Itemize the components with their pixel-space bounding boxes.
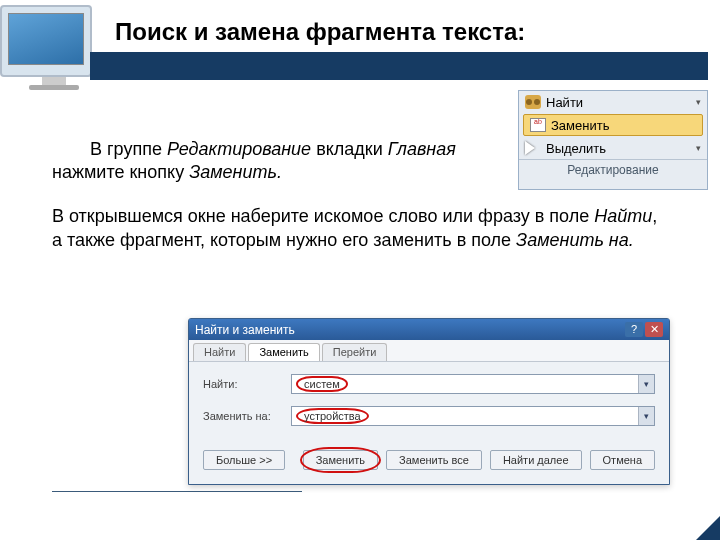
close-button[interactable]: ✕ (645, 322, 663, 337)
text: В открывшемся окне наберите искомое слов… (52, 206, 594, 226)
replace-label: Заменить на: (203, 410, 283, 422)
title-bar-bg (90, 52, 708, 80)
find-label: Найти: (203, 378, 283, 390)
slide-title: Поиск и замена фрагмента текста: (115, 18, 525, 46)
footer-rule (52, 491, 302, 492)
find-value: систем (296, 376, 348, 392)
chevron-down-icon[interactable]: ▾ (638, 407, 654, 425)
corner-decoration (696, 516, 720, 540)
tab-goto[interactable]: Перейти (322, 343, 388, 361)
ribbon-find-label: Найти (546, 95, 583, 110)
text-em: Заменить. (189, 162, 282, 182)
text-em: Главная (388, 139, 456, 159)
tab-find[interactable]: Найти (193, 343, 246, 361)
text: В группе (90, 139, 167, 159)
text-em: Редактирование (167, 139, 311, 159)
ribbon-editing-group: Найти ▾ ab Заменить Выделить ▾ Редактиро… (518, 90, 708, 190)
ribbon-select-label: Выделить (546, 141, 606, 156)
ribbon-select-button[interactable]: Выделить ▾ (519, 137, 707, 159)
text-em: Заменить на. (516, 230, 634, 250)
text: вкладки (311, 139, 388, 159)
replace-button[interactable]: Заменить (303, 450, 378, 470)
replace-input[interactable]: устройства ▾ (291, 406, 655, 426)
dialog-titlebar: Найти и заменить ? ✕ (189, 319, 669, 340)
ribbon-group-label: Редактирование (519, 159, 707, 180)
text-em: Найти (594, 206, 652, 226)
paragraph-1: В группе Редактирование вкладки Главная … (52, 138, 482, 185)
ribbon-replace-label: Заменить (551, 118, 609, 133)
chevron-down-icon: ▾ (696, 97, 701, 107)
find-input[interactable]: систем ▾ (291, 374, 655, 394)
more-button[interactable]: Больше >> (203, 450, 285, 470)
ribbon-replace-button[interactable]: ab Заменить (523, 114, 703, 136)
text: нажмите кнопку (52, 162, 189, 182)
dialog-title-text: Найти и заменить (195, 323, 295, 337)
replace-all-button[interactable]: Заменить все (386, 450, 482, 470)
find-replace-dialog: Найти и заменить ? ✕ Найти Заменить Пере… (188, 318, 670, 485)
ribbon-find-button[interactable]: Найти ▾ (519, 91, 707, 113)
help-button[interactable]: ? (625, 322, 643, 337)
replace-value: устройства (296, 408, 369, 424)
find-next-button[interactable]: Найти далее (490, 450, 582, 470)
chevron-down-icon[interactable]: ▾ (638, 375, 654, 393)
replace-icon: ab (530, 118, 546, 132)
cursor-icon (525, 141, 541, 155)
tab-replace[interactable]: Заменить (248, 343, 319, 361)
binoculars-icon (525, 95, 541, 109)
cancel-button[interactable]: Отмена (590, 450, 655, 470)
chevron-down-icon: ▾ (696, 143, 701, 153)
paragraph-2: В открывшемся окне наберите искомое слов… (52, 204, 664, 253)
dialog-tabs: Найти Заменить Перейти (189, 340, 669, 362)
